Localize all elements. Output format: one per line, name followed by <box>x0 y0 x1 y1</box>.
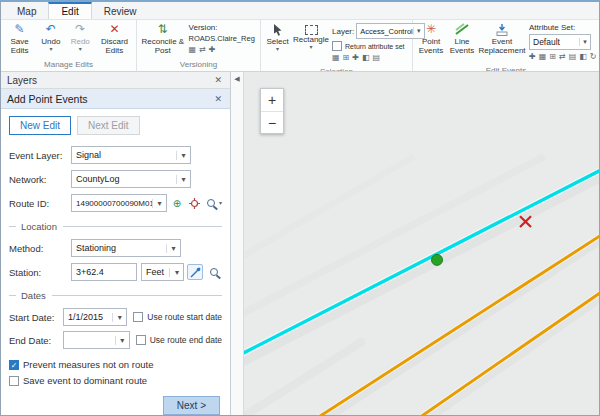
attribute-set-select[interactable]: Default ▾ <box>529 34 591 50</box>
save-edits-button[interactable]: ✎ Save Edits <box>3 21 36 59</box>
station-input[interactable] <box>71 263 137 281</box>
selection-tool-icon[interactable]: ✚ <box>352 53 359 62</box>
event-replacement-label: Event Replacement <box>478 38 526 55</box>
terrain-ridge <box>244 157 414 261</box>
station-unit-select[interactable]: Feet ▾ <box>141 263 184 281</box>
edit-events-tool-icon[interactable]: ▦ <box>539 52 547 61</box>
return-attribute-set-checkbox[interactable] <box>332 41 342 51</box>
end-date-label: End Date: <box>9 335 63 346</box>
map-view[interactable]: + − <box>244 72 599 415</box>
point-events-button[interactable]: ✳ Point Events <box>415 21 447 65</box>
load-route-icon[interactable]: ⊕ <box>170 195 184 211</box>
station-picker-icon[interactable] <box>187 264 203 280</box>
route-id-label: Route ID: <box>9 198 71 209</box>
event-layer-value: Signal <box>72 150 176 160</box>
use-route-end-date-checkbox[interactable] <box>136 335 146 345</box>
zoom-to-station-icon[interactable] <box>206 264 222 280</box>
layers-pane-header: Layers ✕ <box>1 72 230 89</box>
end-date-select[interactable]: ▾ <box>63 331 130 349</box>
selection-tool-icon[interactable]: ▤ <box>373 53 381 62</box>
selected-route-line[interactable] <box>244 168 599 355</box>
point-events-label: Point Events <box>416 38 446 55</box>
version-tool-icon[interactable]: ✚ <box>209 45 216 54</box>
edit-events-tool-icon[interactable]: ✚ <box>529 52 536 61</box>
attribute-set-label: Attribute Set: <box>529 23 575 32</box>
versioning-group-label: Versioning <box>139 59 258 71</box>
selection-tool-icon[interactable]: ⊞ <box>343 53 350 62</box>
panel-header: Add Point Events ✕ <box>1 89 230 109</box>
dates-section-title: Dates <box>21 290 46 301</box>
tab-map[interactable]: Map <box>5 4 48 19</box>
collapse-left-icon: ◀ <box>234 75 239 83</box>
location-section-divider: Location <box>9 221 222 232</box>
versioning-group: ⇅ Reconcile & Post Version: ROADS.Claire… <box>137 20 261 71</box>
edit-events-group-label: Edit Events <box>415 65 597 72</box>
rectangle-select-button[interactable]: Rectangle ▾ <box>292 21 330 66</box>
version-tool-icon[interactable]: ▦ <box>189 45 197 54</box>
chevron-down-icon: ▾ <box>176 175 190 184</box>
discard-edits-label: Discard Edits <box>96 38 133 55</box>
start-date-select[interactable]: 1/1/2015 ▾ <box>63 308 127 326</box>
selection-tool-icon[interactable]: ▦ <box>332 53 340 62</box>
point-event-marker[interactable] <box>432 254 443 265</box>
attribute-set-value: Default <box>530 37 579 47</box>
tab-edit[interactable]: Edit <box>48 2 91 19</box>
select-button[interactable]: Select ▾ <box>263 21 292 66</box>
edit-events-tool-icon[interactable]: ↻ <box>590 52 597 61</box>
chevron-down-icon: ▾ <box>176 151 190 160</box>
station-unit-value: Feet <box>142 267 169 277</box>
panel-title: Add Point Events <box>7 93 88 105</box>
redo-button[interactable]: ↷ Redo ▾ <box>66 21 95 59</box>
version-label: Version: <box>189 23 218 32</box>
route-picker-icon[interactable] <box>187 195 201 211</box>
edit-events-tool-icon[interactable]: ⊞ <box>549 52 556 61</box>
edit-events-tool-icon[interactable]: ⇄ <box>559 52 566 61</box>
zoom-to-route-icon[interactable] <box>204 195 218 211</box>
chevron-down-icon: ▾ <box>169 268 183 277</box>
add-point-events-panel: Layers ✕ Add Point Events ✕ New Edit Nex… <box>1 72 231 415</box>
next-edit-button[interactable]: Next Edit <box>77 116 140 135</box>
point-events-icon: ✳ <box>426 23 436 37</box>
chevron-down-icon: ▾ <box>579 38 590 46</box>
event-layer-select[interactable]: Signal ▾ <box>71 146 191 164</box>
next-button[interactable]: Next > <box>163 396 220 415</box>
return-attribute-set-label: Return attribute set <box>345 43 405 50</box>
chevron-down-icon: ▾ <box>112 313 126 322</box>
event-layer-label: Event Layer: <box>9 150 71 161</box>
event-replacement-button[interactable]: Event Replacement <box>477 21 527 65</box>
station-label: Station: <box>9 267 71 278</box>
edit-events-tool-icon[interactable]: ◧ <box>579 52 587 61</box>
edit-events-tool-icon[interactable]: ▤ <box>569 52 577 61</box>
route-id-select[interactable]: 14900000700090M01 ▾ <box>71 194 167 212</box>
rectangle-select-icon <box>305 25 318 35</box>
redo-icon: ↷ <box>75 23 85 37</box>
tab-review[interactable]: Review <box>92 4 149 19</box>
method-select[interactable]: Stationing ▾ <box>71 239 181 257</box>
line-events-button[interactable]: Line Events <box>447 21 477 65</box>
secondary-route-line[interactable] <box>416 289 599 415</box>
line-events-icon <box>455 23 469 37</box>
selection-tool-icon[interactable]: ◧ <box>362 53 370 62</box>
save-edits-label: Save Edits <box>4 38 35 55</box>
save-dominant-route-checkbox[interactable] <box>9 376 19 386</box>
chevron-down-icon: ▾ <box>166 244 180 253</box>
chevron-down-icon: ▾ <box>79 47 82 52</box>
map-canvas[interactable] <box>244 72 599 415</box>
network-select[interactable]: CountyLog ▾ <box>71 170 191 188</box>
use-route-start-date-checkbox[interactable] <box>133 312 143 322</box>
chevron-down-icon: ▾ <box>49 47 52 52</box>
version-tool-icon[interactable]: ⇄ <box>199 45 206 54</box>
undo-button[interactable]: ↶ Undo ▾ <box>36 21 65 59</box>
chevron-down-icon: ▾ <box>309 45 312 50</box>
new-edit-button[interactable]: New Edit <box>9 116 71 135</box>
discard-edits-icon: ✕ <box>109 23 119 37</box>
prevent-measures-checkbox[interactable]: ✓ <box>9 360 19 370</box>
reconcile-post-button[interactable]: ⇅ Reconcile & Post <box>139 21 187 59</box>
close-icon[interactable]: ✕ <box>212 94 224 104</box>
panel-collapse-strip[interactable]: ◀ <box>231 72 244 415</box>
zoom-in-button[interactable]: + <box>261 89 283 111</box>
close-icon[interactable]: ✕ <box>212 75 224 85</box>
discard-edits-button[interactable]: ✕ Discard Edits <box>95 21 134 59</box>
zoom-out-button[interactable]: − <box>261 111 283 133</box>
start-date-value: 1/1/2015 <box>64 312 112 322</box>
